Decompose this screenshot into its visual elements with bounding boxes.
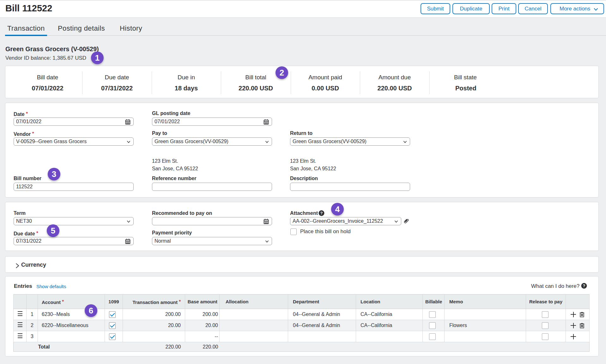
svg-text:?: ? bbox=[583, 283, 585, 288]
svg-text:?: ? bbox=[320, 211, 323, 215]
